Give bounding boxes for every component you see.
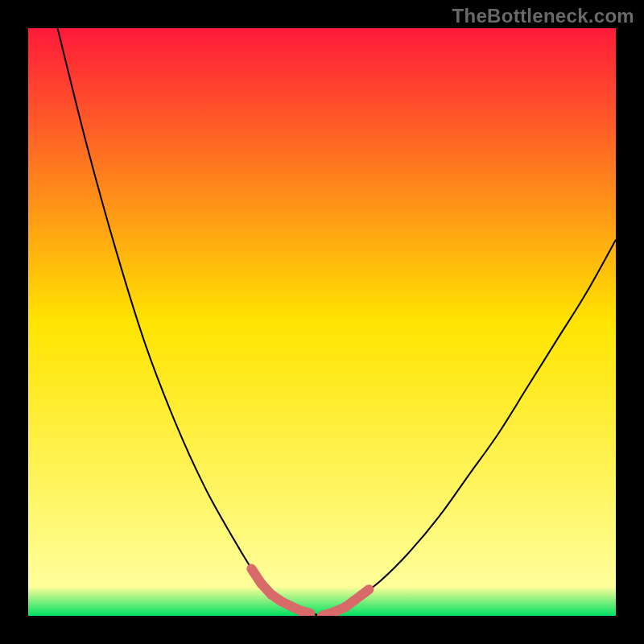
watermark-text: TheBottleneck.com <box>452 5 634 27</box>
chart-container: TheBottleneck.com <box>0 0 644 644</box>
marker-segment <box>361 589 369 595</box>
plot-area <box>28 28 616 616</box>
marker-segment <box>300 610 310 613</box>
chart-svg <box>28 28 616 616</box>
gradient-background <box>28 28 616 616</box>
